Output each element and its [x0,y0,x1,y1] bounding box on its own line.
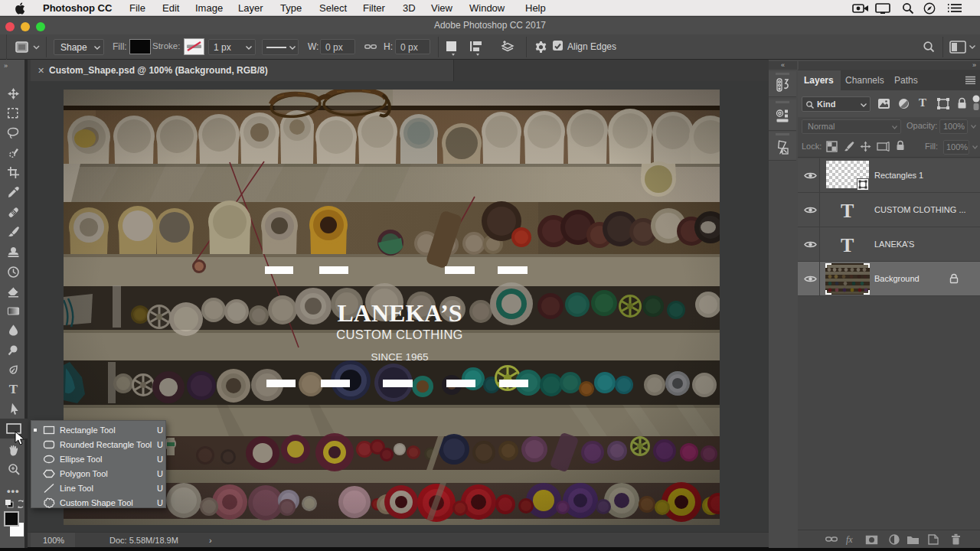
svg-text:T: T [9,383,18,396]
